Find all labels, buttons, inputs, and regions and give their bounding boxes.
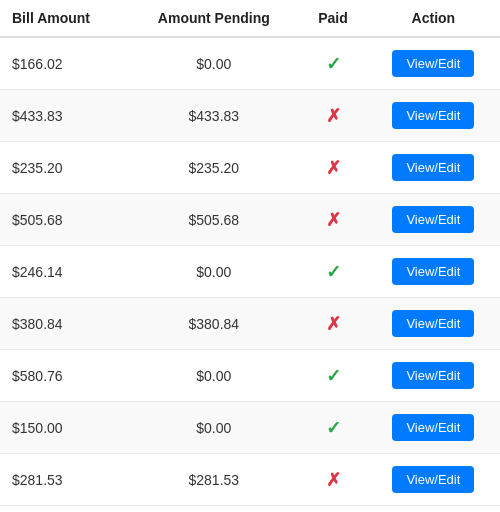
view-edit-button[interactable]: View/Edit xyxy=(392,206,474,233)
cell-amount-pending: $0.00 xyxy=(128,350,299,402)
cell-action: View/Edit xyxy=(367,350,500,402)
table-row: $246.14$0.00✓View/Edit xyxy=(0,246,500,298)
bills-table: Bill Amount Amount Pending Paid Action $… xyxy=(0,0,500,506)
cross-icon: ✗ xyxy=(326,106,341,126)
cell-bill-amount: $166.02 xyxy=(0,37,128,90)
check-icon: ✓ xyxy=(326,262,341,282)
cell-bill-amount: $433.83 xyxy=(0,90,128,142)
view-edit-button[interactable]: View/Edit xyxy=(392,154,474,181)
cell-bill-amount: $150.00 xyxy=(0,402,128,454)
check-icon: ✓ xyxy=(326,418,341,438)
header-action: Action xyxy=(367,0,500,37)
cell-amount-pending: $235.20 xyxy=(128,142,299,194)
table-row: $380.84$380.84✗View/Edit xyxy=(0,298,500,350)
cell-amount-pending: $0.00 xyxy=(128,402,299,454)
cell-action: View/Edit xyxy=(367,142,500,194)
cell-action: View/Edit xyxy=(367,246,500,298)
cross-icon: ✗ xyxy=(326,158,341,178)
table-row: $580.76$0.00✓View/Edit xyxy=(0,350,500,402)
header-paid: Paid xyxy=(299,0,366,37)
view-edit-button[interactable]: View/Edit xyxy=(392,466,474,493)
table-row: $235.20$235.20✗View/Edit xyxy=(0,142,500,194)
cross-icon: ✗ xyxy=(326,210,341,230)
cell-action: View/Edit xyxy=(367,37,500,90)
table-row: $505.68$505.68✗View/Edit xyxy=(0,194,500,246)
check-icon: ✓ xyxy=(326,54,341,74)
cell-paid: ✗ xyxy=(299,194,366,246)
table-row: $433.83$433.83✗View/Edit xyxy=(0,90,500,142)
cell-amount-pending: $380.84 xyxy=(128,298,299,350)
table-row: $166.02$0.00✓View/Edit xyxy=(0,37,500,90)
cell-paid: ✗ xyxy=(299,90,366,142)
cell-action: View/Edit xyxy=(367,454,500,506)
cell-bill-amount: $380.84 xyxy=(0,298,128,350)
cell-action: View/Edit xyxy=(367,90,500,142)
cell-bill-amount: $281.53 xyxy=(0,454,128,506)
cell-bill-amount: $505.68 xyxy=(0,194,128,246)
header-amount-pending: Amount Pending xyxy=(128,0,299,37)
cross-icon: ✗ xyxy=(326,470,341,490)
view-edit-button[interactable]: View/Edit xyxy=(392,50,474,77)
cell-paid: ✓ xyxy=(299,350,366,402)
cell-amount-pending: $505.68 xyxy=(128,194,299,246)
cell-amount-pending: $281.53 xyxy=(128,454,299,506)
view-edit-button[interactable]: View/Edit xyxy=(392,414,474,441)
cell-action: View/Edit xyxy=(367,298,500,350)
cell-paid: ✓ xyxy=(299,37,366,90)
view-edit-button[interactable]: View/Edit xyxy=(392,310,474,337)
header-bill-amount: Bill Amount xyxy=(0,0,128,37)
cell-paid: ✗ xyxy=(299,298,366,350)
cell-bill-amount: $235.20 xyxy=(0,142,128,194)
cell-bill-amount: $246.14 xyxy=(0,246,128,298)
cross-icon: ✗ xyxy=(326,314,341,334)
cell-action: View/Edit xyxy=(367,402,500,454)
table-row: $150.00$0.00✓View/Edit xyxy=(0,402,500,454)
cell-amount-pending: $0.00 xyxy=(128,37,299,90)
cell-paid: ✗ xyxy=(299,142,366,194)
view-edit-button[interactable]: View/Edit xyxy=(392,362,474,389)
cell-action: View/Edit xyxy=(367,194,500,246)
table-row: $281.53$281.53✗View/Edit xyxy=(0,454,500,506)
view-edit-button[interactable]: View/Edit xyxy=(392,102,474,129)
cell-amount-pending: $433.83 xyxy=(128,90,299,142)
cell-paid: ✗ xyxy=(299,454,366,506)
cell-bill-amount: $580.76 xyxy=(0,350,128,402)
table-header-row: Bill Amount Amount Pending Paid Action xyxy=(0,0,500,37)
check-icon: ✓ xyxy=(326,366,341,386)
cell-paid: ✓ xyxy=(299,246,366,298)
cell-paid: ✓ xyxy=(299,402,366,454)
cell-amount-pending: $0.00 xyxy=(128,246,299,298)
view-edit-button[interactable]: View/Edit xyxy=(392,258,474,285)
